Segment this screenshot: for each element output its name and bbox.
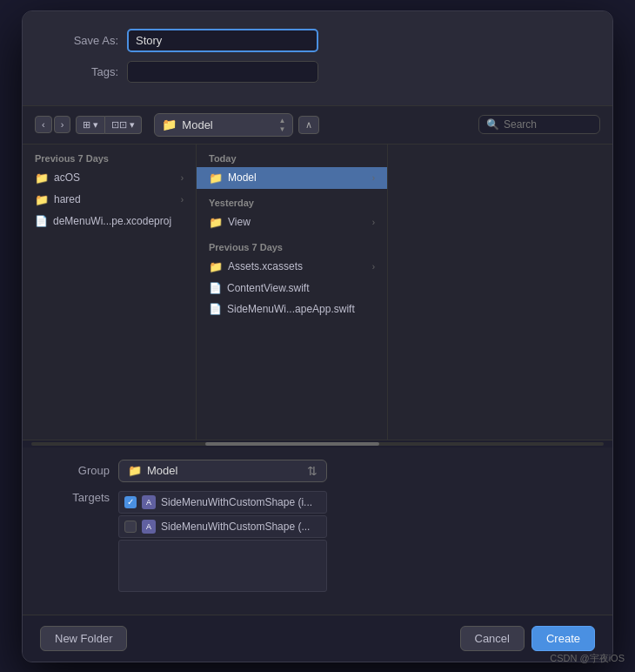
- expand-button[interactable]: ∧: [298, 116, 319, 134]
- create-button[interactable]: Create: [531, 626, 595, 651]
- group-value: Model: [147, 464, 177, 477]
- watermark: CSDN @宇夜iOS: [550, 652, 625, 665]
- search-icon: 🔍: [486, 118, 499, 131]
- column-view-icon: ⊞: [83, 119, 90, 131]
- folder-dropdown[interactable]: 📁 Model ▲ ▼: [154, 113, 293, 137]
- item-label: Assets.xcassets: [228, 260, 303, 272]
- item-label: View: [228, 216, 251, 228]
- list-item[interactable]: 📁 View ›: [197, 212, 387, 233]
- target-item[interactable]: A SideMenuWithCustomShape (...: [118, 515, 327, 538]
- folder-icon: 📁: [35, 171, 49, 185]
- item-label: SideMenuWi...apeApp.swift: [227, 303, 355, 315]
- list-item[interactable]: 📁 acOS ›: [23, 167, 196, 189]
- target-label: SideMenuWithCustomShape (...: [161, 521, 310, 533]
- grid-view-arrow: ▾: [130, 119, 135, 131]
- scrollbar-area: [23, 440, 612, 447]
- chevron-right-icon: ›: [372, 173, 375, 183]
- chevron-right-icon: ›: [181, 195, 184, 205]
- yesterday-header: Yesterday: [197, 189, 387, 212]
- save-dialog: Save As: Tags: ‹ › ⊞ ▾ ⊡⊡ ▾ 📁 Model: [22, 10, 613, 662]
- chevron-right-icon: ›: [372, 262, 375, 272]
- tags-label: Tags:: [49, 65, 118, 78]
- group-dropdown[interactable]: 📁 Model ⇅: [118, 460, 327, 482]
- column-view-arrow: ▾: [93, 119, 98, 131]
- save-as-input[interactable]: [127, 29, 318, 52]
- targets-empty-area: [118, 540, 327, 592]
- middle-pane: Today 📁 Model › Yesterday 📁 View › Previ…: [197, 144, 388, 440]
- forward-button[interactable]: ›: [54, 116, 71, 133]
- item-label: acOS: [54, 171, 80, 184]
- scrollbar-thumb: [205, 442, 379, 446]
- targets-label: Targets: [40, 491, 110, 504]
- search-input[interactable]: [504, 118, 591, 131]
- right-pane: [388, 144, 612, 440]
- file-icon: 📄: [209, 303, 222, 315]
- today-header: Today: [197, 144, 387, 167]
- prev7-header: Previous 7 Days: [197, 233, 387, 256]
- folder-icon: 📁: [35, 193, 49, 206]
- item-label: hared: [54, 193, 81, 205]
- left-pane-header: Previous 7 Days: [23, 144, 196, 167]
- targets-row: Targets ✓ A SideMenuWithCustomShape (i..…: [40, 491, 595, 592]
- list-item[interactable]: 📁 hared ›: [23, 189, 196, 211]
- list-item[interactable]: 📄 SideMenuWi...apeApp.swift: [197, 299, 387, 319]
- column-view-button[interactable]: ⊞ ▾: [76, 116, 105, 134]
- group-folder-icon: 📁: [128, 464, 142, 477]
- dropdown-arrows: ▲ ▼: [278, 117, 285, 133]
- bottom-section: Group 📁 Model ⇅ Targets ✓ A SideMenuWith…: [23, 447, 612, 615]
- folder-icon: 📁: [209, 216, 223, 229]
- file-icon: 📄: [35, 215, 48, 227]
- target-checkbox[interactable]: [124, 521, 137, 533]
- folder-icon: 📁: [162, 118, 177, 131]
- tags-row: Tags:: [49, 61, 586, 83]
- tags-input[interactable]: [127, 61, 318, 83]
- arrow-up-icon: ▲: [278, 117, 285, 124]
- list-item[interactable]: 📁 Assets.xcassets ›: [197, 256, 387, 278]
- group-row: Group 📁 Model ⇅: [40, 460, 595, 482]
- footer: New Folder Cancel Create: [23, 615, 612, 662]
- item-label: ContentView.swift: [227, 282, 310, 294]
- target-checkbox[interactable]: ✓: [124, 496, 137, 508]
- list-item[interactable]: 📄 ContentView.swift: [197, 278, 387, 299]
- target-label: SideMenuWithCustomShape (i...: [161, 496, 312, 508]
- folder-icon: 📁: [209, 171, 223, 185]
- item-label: deMenuWi...pe.xcodeproj: [53, 215, 171, 227]
- chevron-right-icon: ›: [181, 173, 184, 183]
- target-app-icon: A: [142, 520, 156, 534]
- grid-view-icon: ⊡⊡: [111, 119, 127, 131]
- new-folder-button[interactable]: New Folder: [40, 626, 127, 651]
- targets-list: ✓ A SideMenuWithCustomShape (i... A Side…: [118, 491, 327, 592]
- arrow-down-icon: ▼: [278, 125, 285, 133]
- left-pane: Previous 7 Days 📁 acOS › 📁 hared › 📄 deM…: [23, 144, 197, 440]
- group-dropdown-arrows-icon: ⇅: [307, 464, 318, 478]
- top-section: Save As: Tags:: [23, 11, 612, 105]
- scrollbar-track[interactable]: [31, 442, 604, 446]
- save-as-row: Save As:: [49, 29, 586, 52]
- chevron-right-icon: ›: [372, 218, 375, 227]
- file-icon: 📄: [209, 282, 222, 294]
- group-label: Group: [40, 464, 110, 477]
- grid-view-button[interactable]: ⊡⊡ ▾: [105, 116, 142, 134]
- view-btn-group: ⊞ ▾ ⊡⊡ ▾: [76, 116, 142, 134]
- target-app-icon: A: [142, 495, 156, 509]
- search-box: 🔍: [478, 115, 600, 134]
- nav-btn-group: ‹ ›: [35, 116, 70, 133]
- cancel-button[interactable]: Cancel: [460, 626, 525, 651]
- list-item[interactable]: 📄 deMenuWi...pe.xcodeproj: [23, 211, 196, 232]
- folder-name: Model: [182, 118, 212, 131]
- toolbar: ‹ › ⊞ ▾ ⊡⊡ ▾ 📁 Model ▲ ▼ ∧ 🔍: [23, 105, 612, 144]
- target-item[interactable]: ✓ A SideMenuWithCustomShape (i...: [118, 491, 327, 514]
- folder-icon: 📁: [209, 260, 223, 273]
- item-label: Model: [228, 171, 257, 184]
- back-button[interactable]: ‹: [35, 116, 52, 133]
- file-browser: Previous 7 Days 📁 acOS › 📁 hared › 📄 deM…: [23, 144, 612, 440]
- list-item[interactable]: 📁 Model ›: [197, 167, 387, 189]
- save-as-label: Save As:: [49, 34, 118, 47]
